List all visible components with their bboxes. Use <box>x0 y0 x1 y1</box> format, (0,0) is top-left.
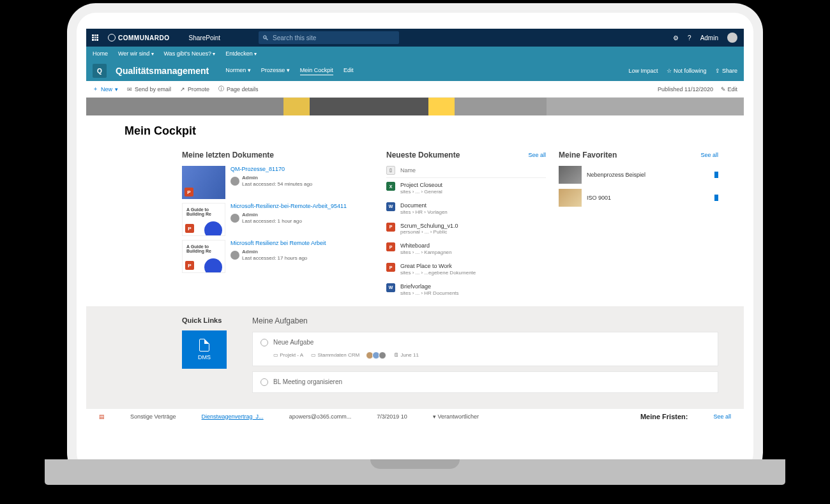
quicklink-dms[interactable]: DMS <box>182 330 227 369</box>
favorite-row[interactable]: ISO 9001 <box>559 186 718 209</box>
doc-title: Microsoft-Resilienz-bei-Remote-Arbeit_95… <box>230 203 347 209</box>
fav-thumbnail <box>559 166 582 184</box>
search-icon: 🔍︎ <box>262 34 269 41</box>
excel-icon: X <box>386 182 395 191</box>
fav-seeall[interactable]: See all <box>700 152 718 158</box>
newest-documents: Neueste Dokumente See all ▯ Name X Proje… <box>386 151 546 300</box>
word-icon: W <box>386 202 395 211</box>
newest-title: Neueste Dokumente <box>386 151 460 159</box>
not-following[interactable]: ☆ Not following <box>667 68 706 74</box>
doc-title: Microsoft Resilienz bei Remote Arbeit <box>230 240 326 246</box>
doc-title: QM-Prozesse_81170 <box>230 166 312 172</box>
cmd-promote[interactable]: ↗ Promote <box>180 86 209 93</box>
search-placeholder: Search this site <box>273 34 316 41</box>
bottom-date: 7/3/2019 10 <box>377 413 407 420</box>
powerpoint-icon: P <box>185 261 194 270</box>
bottom-strip: ▤ Sonstige Verträge Dienstwagenvertrag_J… <box>86 408 744 424</box>
brand-label: COMMUNARDO <box>118 34 170 41</box>
powerpoint-icon: P <box>185 224 194 233</box>
favorite-row[interactable]: Nebenprozess Beispiel <box>559 163 718 186</box>
fristen-title: Meine Fristen: <box>640 413 688 420</box>
favorites: Meine Favoriten See all Nebenprozess Bei… <box>559 151 718 300</box>
hub-nav-who[interactable]: Wer wir sind <box>118 50 154 57</box>
powerpoint-icon: P <box>386 223 395 232</box>
search-input[interactable]: 🔍︎ Search this site <box>259 31 399 44</box>
page-title: Mein Cockpit <box>86 115 744 151</box>
avatar <box>230 214 239 223</box>
task-assignees <box>367 352 386 359</box>
doc-row[interactable]: P Whiteboardsites › ... › Kampagnen <box>386 239 546 259</box>
hub-nav-discover[interactable]: Entdecken <box>225 50 257 57</box>
quick-links: Quick Links DMS <box>182 316 227 398</box>
bottom-resp: ▾ Verantwortlicher <box>433 413 479 420</box>
recent-documents: Meine letzten Dokumente P QM-Prozesse_81… <box>182 151 374 300</box>
powerpoint-icon: P <box>185 188 193 196</box>
fav-thumbnail <box>559 189 582 207</box>
powerpoint-icon: P <box>386 263 395 272</box>
recent-doc-card[interactable]: A Guide toBuilding Re P Microsoft-Resili… <box>182 203 374 236</box>
avatar <box>230 251 239 260</box>
avatar <box>230 177 239 186</box>
sitenav-cockpit[interactable]: Mein Cockpit <box>300 67 333 75</box>
powerpoint-icon: P <box>386 242 395 251</box>
doc-row[interactable]: W Documentsites › HR › Vorlagen <box>386 198 546 219</box>
tasks-title: Meine Aufgaben <box>252 316 718 325</box>
bottom-doc-link[interactable]: Dienstwagenvertrag_J... <box>202 413 264 420</box>
settings-icon[interactable]: ⚙︎ <box>673 34 679 41</box>
cmd-new[interactable]: ＋ New ▾ <box>93 85 118 93</box>
doc-row[interactable]: X Project Closeoutsites › ... › General <box>386 178 546 198</box>
doc-thumbnail: A Guide toBuilding Re P <box>182 203 225 236</box>
col-name: Name <box>400 167 416 174</box>
task-radio[interactable] <box>260 339 268 346</box>
sitenav-edit[interactable]: Edit <box>343 67 354 75</box>
site-nav: Normen ▾ Prozesse ▾ Mein Cockpit Edit <box>225 67 353 75</box>
bookmark-icon[interactable] <box>714 195 718 201</box>
task-item[interactable]: Neue Aufgabe ▭ Projekt - A ▭ Stammdaten … <box>252 332 718 366</box>
recent-doc-card[interactable]: P QM-Prozesse_81170 AdminLast accessed: … <box>182 166 374 199</box>
word-icon: W <box>386 283 395 292</box>
hub-nav-home[interactable]: Home <box>93 50 108 57</box>
recent-title: Meine letzten Dokumente <box>182 151 374 159</box>
cmd-send[interactable]: ✉︎ Send by email <box>127 86 171 93</box>
admin-label[interactable]: Admin <box>700 34 718 41</box>
hub-nav: Home Wer wir sind Was gibt's Neues? Entd… <box>86 47 744 61</box>
bookmark-icon[interactable] <box>714 172 718 178</box>
cmd-pagedetails[interactable]: ⓘ Page details <box>218 85 259 93</box>
doc-thumbnail: A Guide toBuilding Re P <box>182 240 225 273</box>
recent-doc-card[interactable]: A Guide toBuilding Re P Microsoft Resili… <box>182 240 374 273</box>
share-button[interactable]: ⇪ Share <box>715 68 737 74</box>
edit-button[interactable]: ✎ Edit <box>721 86 737 93</box>
doc-row[interactable]: P Scrum_Schulung_v1.0personal › ... › Pu… <box>386 219 546 239</box>
task-radio[interactable] <box>260 378 268 386</box>
doc-thumbnail: P <box>182 166 225 199</box>
task-item[interactable]: BL Meeting organisieren <box>252 371 718 393</box>
site-logo[interactable]: Q <box>93 64 107 78</box>
my-tasks: Meine Aufgaben Neue Aufgabe ▭ Projekt - … <box>252 316 718 398</box>
doc-row[interactable]: P Great Place to Worksites › ... › ...eg… <box>386 259 546 279</box>
sitenav-normen[interactable]: Normen ▾ <box>225 67 251 75</box>
site-title[interactable]: Qualitätsmanagement <box>116 66 209 76</box>
hub-nav-news[interactable]: Was gibt's Neues? <box>164 50 216 57</box>
document-icon <box>199 339 209 352</box>
quicklinks-title: Quick Links <box>182 316 227 324</box>
app-launcher-icon[interactable] <box>86 34 104 41</box>
published-status: Published 11/12/2020 <box>658 86 713 93</box>
pdf-icon: ▤ <box>99 413 105 420</box>
site-header: Q Qualitätsmanagement Normen ▾ Prozesse … <box>86 61 744 81</box>
low-impact[interactable]: Low Impact <box>628 68 658 74</box>
command-bar: ＋ New ▾ ✉︎ Send by email ↗ Promote ⓘ Pag… <box>86 81 744 98</box>
file-icon: ▯ <box>386 166 395 175</box>
doc-row[interactable]: W Briefvorlagesites › ... › HR Documents <box>386 279 546 300</box>
avatar[interactable] <box>727 33 737 43</box>
bucket-icon: ▭ Stammdaten CRM <box>311 352 359 358</box>
help-icon[interactable]: ? <box>688 34 691 41</box>
fristen-seeall[interactable]: See all <box>713 413 731 420</box>
newest-seeall[interactable]: See all <box>528 152 546 158</box>
calendar-icon: 🗓︎ June 11 <box>394 352 419 358</box>
sitenav-prozesse[interactable]: Prozesse ▾ <box>261 67 290 75</box>
brand-logo[interactable]: COMMUNARDO <box>108 34 170 41</box>
bucket-icon: ▭ Projekt - A <box>273 352 303 358</box>
app-name[interactable]: SharePoint <box>189 34 220 41</box>
bottom-category: Sonstige Verträge <box>130 413 176 420</box>
suite-bar: COMMUNARDO SharePoint 🔍︎ Search this sit… <box>86 29 744 47</box>
